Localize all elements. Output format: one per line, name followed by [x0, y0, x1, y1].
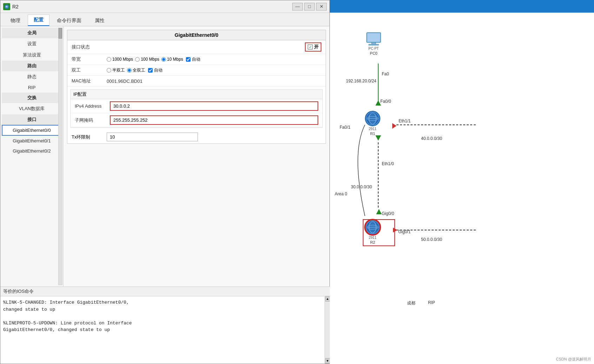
tab-config[interactable]: 配置 [28, 14, 49, 26]
sidebar-item-switching: 交换 [2, 93, 62, 103]
duplex-auto-checkbox[interactable] [148, 68, 153, 73]
device-r1[interactable]: 2911 R1 [365, 111, 380, 136]
full-duplex-label: 全双工 [133, 67, 145, 73]
net-label-fa00: Fa0/0 [380, 99, 391, 104]
bandwidth-radio-group: 1000 Mbps 100 Mbps 10 Mbps [107, 57, 183, 62]
r1-icon [365, 111, 380, 126]
ios-scroll-up[interactable]: ▲ [325, 296, 330, 302]
svg-rect-12 [367, 33, 380, 42]
sidebar-item-gig01[interactable]: GigabitEthernet0/1 [2, 136, 62, 146]
r2-sublabel: 2911 [369, 236, 376, 240]
bw-auto-group: 自动 [186, 56, 200, 62]
svg-marker-8 [392, 123, 396, 129]
tx-input[interactable] [107, 133, 198, 141]
net-label-eth10: Eth1/0 [382, 161, 394, 166]
half-duplex-label: 半双工 [112, 67, 125, 73]
subnet-label: 子网掩码 [75, 117, 110, 123]
bw-1000-item: 1000 Mbps [107, 57, 133, 62]
bw-1000-radio[interactable] [107, 57, 111, 62]
minimize-button[interactable]: — [292, 3, 303, 11]
port-status-checkbox[interactable] [308, 45, 313, 49]
net-label-chengdu: 成都 [407, 300, 415, 306]
duplex-radio-group: 半双工 全双工 [107, 67, 145, 73]
main-panel: GigabitEthernet0/0 接口状态 开 带宽 [64, 26, 329, 287]
ios-section-label: 等价的IOS命令 [0, 287, 330, 296]
sidebar-item-settings[interactable]: 设置 [2, 38, 62, 49]
bandwidth-row: 带宽 1000 Mbps 100 Mbps [67, 54, 326, 65]
r2-label: R2 [370, 240, 375, 244]
interface-panel-title: GigabitEthernet0/0 [67, 30, 326, 40]
port-status-btn[interactable]: 开 [314, 44, 319, 50]
sidebar-scrollbar-thumb[interactable] [59, 28, 62, 39]
title-bar: R2 — □ ✕ [0, 0, 329, 13]
main-window: R2 — □ ✕ 物理 配置 命令行界面 属性 全局 设置 算法设置 路由 静态… [0, 0, 330, 364]
bw-100-item: 100 Mbps [135, 57, 159, 62]
bw-auto-checkbox[interactable] [186, 57, 191, 62]
pc0-label: PC0 [370, 51, 377, 55]
device-pc0[interactable]: PC·PT PC0 [365, 32, 382, 55]
interface-panel: GigabitEthernet0/0 接口状态 开 带宽 [67, 30, 326, 144]
bw-100-radio[interactable] [135, 57, 140, 62]
ipv4-label: IPv4 Address [75, 103, 110, 109]
duplex-row: 双工 半双工 全双工 [67, 65, 326, 76]
duplex-auto-group: 自动 [148, 67, 162, 73]
ipv4-input[interactable] [110, 101, 318, 111]
port-status-label: 接口状态 [72, 44, 107, 50]
tab-cli[interactable]: 命令行界面 [51, 15, 87, 26]
port-status-controls: 开 [107, 42, 321, 52]
subnet-row: 子网掩码 [71, 113, 322, 127]
network-header [330, 0, 594, 13]
window-title: R2 [12, 4, 292, 9]
close-button[interactable]: ✕ [316, 3, 327, 11]
net-label-subnet-50: 50.0.0.0/30 [421, 237, 442, 242]
bw-auto-label: 自动 [192, 56, 200, 62]
net-label-area0: Area 0 [335, 191, 347, 196]
r1-label: R1 [370, 132, 375, 136]
ip-config-header: IP配置 [71, 90, 322, 99]
net-label-rip: RIP [428, 300, 435, 305]
r2-icon [365, 220, 380, 235]
half-duplex-radio[interactable] [107, 68, 111, 73]
subnet-input[interactable] [110, 115, 318, 125]
sidebar-item-static[interactable]: 静态 [2, 71, 62, 82]
mac-value: 0001.96DC.BD01 [107, 79, 142, 84]
sidebar-scrollbar[interactable] [58, 28, 62, 285]
net-label-gig00: Gig0/0 [382, 211, 394, 216]
sidebar-item-interface: 接口 [2, 114, 62, 125]
sidebar-item-gig02[interactable]: GigabitEthernet0/2 [2, 146, 62, 156]
net-label-fa0: Fa0 [382, 72, 389, 76]
bw-10-radio[interactable] [161, 57, 166, 62]
ios-console: %LINK-5-CHANGED: Interface GigabitEthern… [0, 296, 330, 364]
bw-100-label: 100 Mbps [141, 57, 159, 62]
ios-scrollbar[interactable]: ▲ ▼ [325, 296, 330, 364]
mac-row: MAC地址 0001.96DC.BD01 [67, 76, 326, 87]
sidebar-item-vlan[interactable]: VLAN数据库 [2, 103, 62, 114]
duplex-controls: 半双工 全双工 自动 [107, 67, 321, 73]
bandwidth-label: 带宽 [72, 56, 107, 62]
net-label-subnet-40: 40.0.0.0/30 [421, 136, 442, 141]
bw-10-item: 10 Mbps [161, 57, 183, 62]
svg-marker-7 [375, 135, 381, 141]
tab-physical[interactable]: 物理 [5, 15, 26, 26]
sidebar-item-algo[interactable]: 算法设置 [2, 49, 62, 61]
window-controls: — □ ✕ [292, 3, 327, 11]
ip-config-section: IP配置 IPv4 Address 子网掩码 [70, 89, 323, 128]
mac-label: MAC地址 [72, 78, 107, 84]
net-label-gig01: Gig0/1 [398, 229, 411, 234]
net-label-fa01: Fa0/1 [340, 125, 351, 130]
bw-10-label: 10 Mbps [167, 57, 183, 62]
sidebar-item-global: 全局 [2, 28, 62, 38]
content-area: 全局 设置 算法设置 路由 静态 RIP 交换 VLAN数据库 接口 Gigab… [0, 26, 329, 287]
full-duplex-radio[interactable] [127, 68, 132, 73]
svg-marker-10 [393, 228, 398, 232]
sidebar-item-gig00[interactable]: GigabitEthernet0/0 [2, 125, 62, 136]
tab-attributes[interactable]: 属性 [89, 15, 111, 26]
device-r2[interactable]: 2911 R2 [365, 220, 380, 244]
ios-scroll-down[interactable]: ▼ [325, 358, 330, 364]
maximize-button[interactable]: □ [304, 3, 315, 11]
duplex-label: 双工 [72, 67, 107, 73]
csdn-watermark: CSDN @逆风解明月 [556, 357, 591, 362]
sidebar-item-rip[interactable]: RIP [2, 82, 62, 93]
network-canvas[interactable]: PC·PT PC0 2911 R1 [330, 13, 594, 364]
r1-sublabel: 2911 [369, 127, 376, 131]
